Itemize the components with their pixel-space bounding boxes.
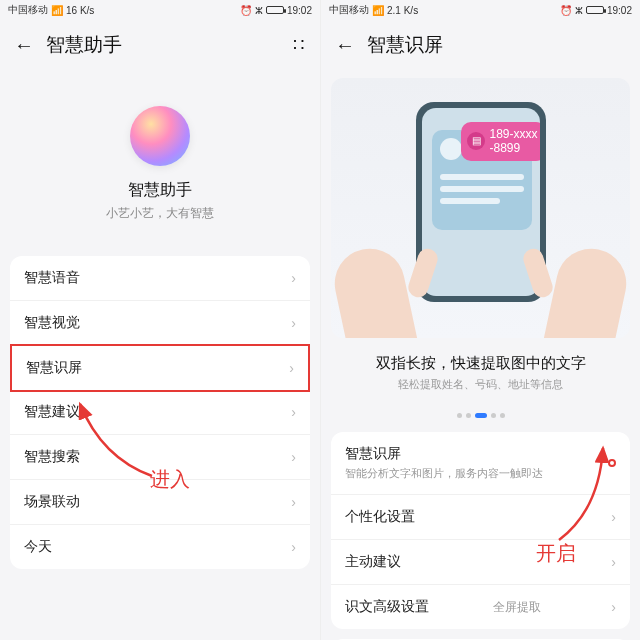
alarm-icon: ⏰: [240, 5, 252, 16]
battery-icon: [586, 6, 604, 14]
row-aiscreen-toggle[interactable]: 智慧识屏 智能分析文字和图片，服务内容一触即达: [331, 432, 630, 495]
row-proactive[interactable]: 主动建议 ›: [331, 540, 630, 585]
list-item-vision[interactable]: 智慧视觉 ›: [10, 301, 310, 346]
list-item-label: 场景联动: [24, 493, 80, 511]
chevron-right-icon: ›: [291, 315, 296, 331]
feature-illustration: ▤ 189-xxxx-8899: [331, 78, 630, 338]
signal-icon: 📶: [372, 5, 384, 16]
row-label: 识文高级设置: [345, 598, 429, 616]
chevron-right-icon: ›: [291, 539, 296, 555]
alarm-icon: ⏰: [560, 5, 572, 16]
bt-icon: ⵣ: [255, 5, 263, 16]
toggle-highlight: [608, 459, 616, 467]
battery-icon: [266, 6, 284, 14]
chevron-right-icon: ›: [611, 554, 616, 570]
hero-section: 智慧助手 小艺小艺，大有智慧: [0, 70, 320, 256]
row-value: 全屏提取: [493, 599, 541, 616]
list-item-label: 今天: [24, 538, 52, 556]
clock: 19:02: [287, 5, 312, 16]
more-icon[interactable]: ∷: [293, 34, 306, 56]
row-label: 个性化设置: [345, 508, 415, 526]
list-item-label: 智慧建议: [24, 403, 80, 421]
clock: 19:02: [607, 5, 632, 16]
list-item-label: 智慧语音: [24, 269, 80, 287]
carrier-label: 中国移动: [8, 3, 48, 17]
list-item-suggest[interactable]: 智慧建议 ›: [10, 390, 310, 435]
feature-title: 双指长按，快速提取图中的文字: [331, 354, 630, 373]
chevron-right-icon: ›: [611, 509, 616, 525]
phone-number-bubble: ▤ 189-xxxx-8899: [461, 122, 539, 161]
net-speed: 16 K/s: [66, 5, 94, 16]
assistant-logo-icon: [130, 106, 190, 166]
list-item-search[interactable]: 智慧搜索 ›: [10, 435, 310, 480]
page-header: ← 智慧识屏: [321, 20, 640, 70]
net-speed: 2.1 K/s: [387, 5, 418, 16]
row-label: 主动建议: [345, 553, 401, 571]
chevron-right-icon: ›: [291, 404, 296, 420]
page-indicator: [321, 404, 640, 422]
list-item-label: 智慧识屏: [26, 359, 82, 377]
back-icon[interactable]: ←: [14, 34, 34, 57]
chevron-right-icon: ›: [611, 599, 616, 615]
chevron-right-icon: ›: [291, 270, 296, 286]
settings-list: 智慧识屏 智能分析文字和图片，服务内容一触即达 个性化设置 › 主动建议 › 识…: [331, 432, 630, 629]
feature-subtitle: 轻松提取姓名、号码、地址等信息: [331, 377, 630, 392]
list-item-label: 智慧搜索: [24, 448, 80, 466]
carrier-label: 中国移动: [329, 3, 369, 17]
feature-caption: 双指长按，快速提取图中的文字 轻松提取姓名、号码、地址等信息: [321, 338, 640, 396]
list-item-voice[interactable]: 智慧语音 ›: [10, 256, 310, 301]
row-label: 智慧识屏: [345, 445, 608, 463]
back-icon[interactable]: ←: [335, 34, 355, 57]
bt-icon: ⵣ: [575, 5, 583, 16]
doc-icon: ▤: [467, 132, 485, 150]
page-header: ← 智慧助手 ∷: [0, 20, 320, 70]
list-item-label: 智慧视觉: [24, 314, 80, 332]
page-title: 智慧助手: [46, 32, 122, 58]
status-bar: 中国移动 📶 16 K/s ⏰ ⵣ 19:02: [0, 0, 320, 20]
chevron-right-icon: ›: [291, 449, 296, 465]
row-advanced[interactable]: 识文高级设置 全屏提取 ›: [331, 585, 630, 629]
settings-list: 智慧语音 › 智慧视觉 › 智慧识屏 › 智慧建议 › 智慧搜索 › 场景联动 …: [10, 256, 310, 569]
page-title: 智慧识屏: [367, 32, 443, 58]
chevron-right-icon: ›: [289, 360, 294, 376]
list-item-aiscreen[interactable]: 智慧识屏 ›: [10, 344, 310, 392]
status-bar: 中国移动 📶 2.1 K/s ⏰ ⵣ 19:02: [321, 0, 640, 20]
list-item-scene[interactable]: 场景联动 ›: [10, 480, 310, 525]
hero-subtitle: 小艺小艺，大有智慧: [0, 205, 320, 222]
bubble-text: 189-xxxx-8899: [489, 127, 537, 155]
chevron-right-icon: ›: [291, 494, 296, 510]
signal-icon: 📶: [51, 5, 63, 16]
hero-title: 智慧助手: [0, 180, 320, 201]
row-personalize[interactable]: 个性化设置 ›: [331, 495, 630, 540]
row-sub: 智能分析文字和图片，服务内容一触即达: [345, 466, 608, 481]
list-item-today[interactable]: 今天 ›: [10, 525, 310, 569]
